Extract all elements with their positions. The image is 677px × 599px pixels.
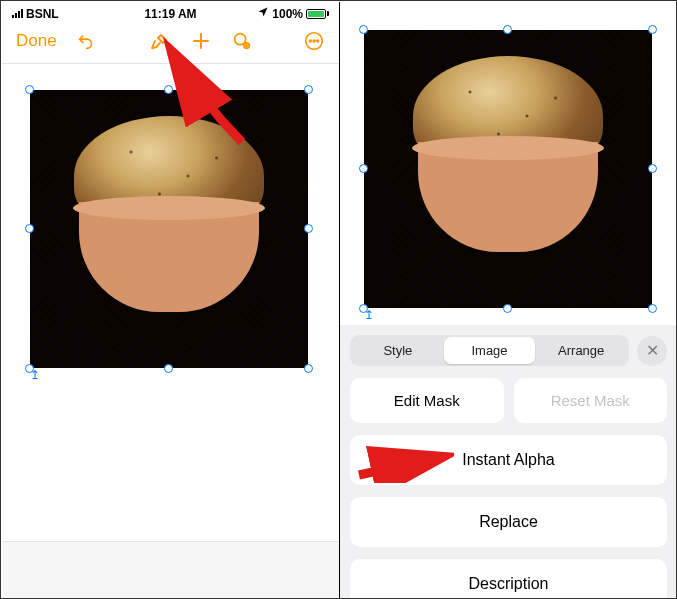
anchor-pin-icon: ↥: [364, 308, 374, 322]
tab-style[interactable]: Style: [352, 337, 444, 364]
toolbar: Done: [2, 23, 339, 63]
undo-button[interactable]: [75, 30, 97, 52]
resize-handle[interactable]: [164, 364, 173, 373]
selected-image[interactable]: ↥: [364, 30, 652, 308]
tab-arrange[interactable]: Arrange: [535, 337, 627, 364]
signal-icon: [12, 9, 23, 18]
tab-image[interactable]: Image: [444, 337, 536, 364]
status-bar: BSNL 11:19 AM 100%: [2, 2, 339, 23]
format-panel: Style Image Arrange ✕ Edit Mask Reset Ma…: [340, 325, 677, 599]
svg-point-5: [317, 40, 319, 42]
document-canvas[interactable]: ↥: [2, 64, 339, 599]
close-icon: ✕: [646, 341, 659, 360]
left-screenshot: BSNL 11:19 AM 100% Done: [2, 2, 339, 599]
muffin-photo: [364, 30, 652, 308]
resize-handle[interactable]: [164, 85, 173, 94]
resize-handle[interactable]: [503, 304, 512, 313]
resize-handle[interactable]: [648, 164, 657, 173]
selected-image[interactable]: ↥: [30, 90, 308, 368]
format-tabs[interactable]: Style Image Arrange: [350, 335, 629, 366]
resize-handle[interactable]: [503, 25, 512, 34]
location-icon: [257, 6, 269, 21]
resize-handle[interactable]: [25, 85, 34, 94]
edit-mask-button[interactable]: Edit Mask: [350, 378, 504, 423]
instant-alpha-button[interactable]: Instant Alpha: [350, 435, 667, 485]
description-button[interactable]: Description: [350, 559, 667, 599]
collaborate-button[interactable]: [231, 30, 253, 52]
add-button[interactable]: [189, 29, 213, 53]
svg-point-4: [313, 40, 315, 42]
more-button[interactable]: [303, 30, 325, 52]
reset-mask-button: Reset Mask: [514, 378, 668, 423]
battery-icon: [306, 9, 329, 19]
done-button[interactable]: Done: [16, 31, 57, 51]
carrier-label: BSNL: [26, 7, 59, 21]
resize-handle[interactable]: [359, 25, 368, 34]
svg-point-0: [234, 34, 245, 45]
resize-handle[interactable]: [648, 304, 657, 313]
svg-point-3: [309, 40, 311, 42]
right-screenshot: ↥ Style Image Arrange ✕ Edit Mask Reset …: [340, 2, 677, 599]
muffin-photo: [30, 90, 308, 368]
resize-handle[interactable]: [304, 364, 313, 373]
resize-handle[interactable]: [648, 25, 657, 34]
resize-handle[interactable]: [25, 224, 34, 233]
resize-handle[interactable]: [359, 164, 368, 173]
brush-button[interactable]: [147, 29, 171, 53]
battery-pct: 100%: [272, 7, 303, 21]
keyboard-accessory: [2, 541, 339, 599]
close-button[interactable]: ✕: [637, 336, 667, 366]
anchor-pin-icon: ↥: [30, 368, 40, 382]
replace-button[interactable]: Replace: [350, 497, 667, 547]
resize-handle[interactable]: [304, 224, 313, 233]
resize-handle[interactable]: [304, 85, 313, 94]
